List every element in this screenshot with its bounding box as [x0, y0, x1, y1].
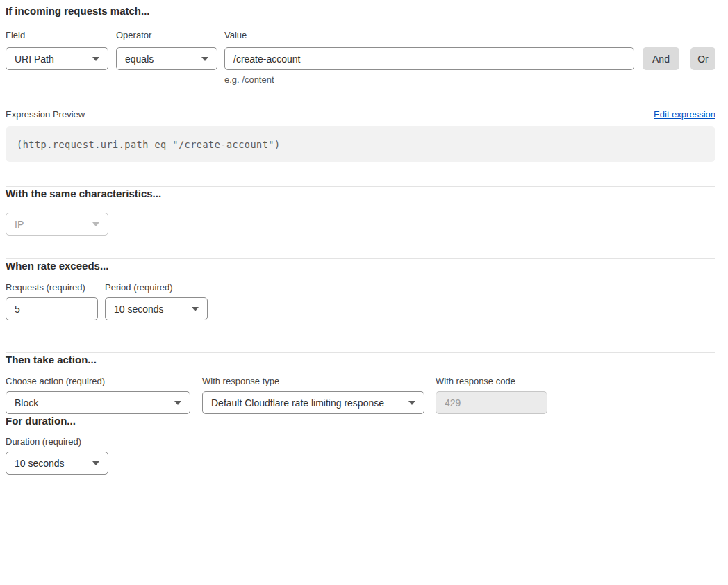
match-criteria-row: Field URI Path Operator equals Value e.g… [6, 30, 715, 85]
response-type-label: With response type [202, 376, 424, 387]
response-code-label: With response code [436, 376, 547, 387]
response-type-dropdown-value: Default Cloudflare rate limiting respons… [211, 397, 384, 409]
field-group: Field URI Path [6, 30, 108, 70]
requests-group: Requests (required) [6, 282, 98, 320]
duration-section-heading: For duration... [6, 414, 715, 428]
requests-label: Requests (required) [6, 282, 98, 293]
response-code-input [436, 391, 547, 414]
action-label: Choose action (required) [6, 376, 190, 387]
characteristic-dropdown-value: IP [15, 219, 24, 230]
action-dropdown[interactable]: Block [6, 391, 190, 414]
action-group: Choose action (required) Block [6, 376, 190, 414]
operator-label: Operator [116, 30, 217, 41]
value-input[interactable] [224, 47, 634, 70]
period-dropdown-value: 10 seconds [114, 304, 164, 315]
rate-section-heading: When rate exceeds... [6, 259, 715, 273]
expression-preview-header: Expression Preview Edit expression [6, 109, 715, 120]
field-label: Field [6, 30, 108, 41]
action-dropdown-value: Block [15, 397, 38, 409]
chevron-down-icon [174, 401, 181, 405]
chevron-down-icon [192, 307, 199, 311]
chevron-down-icon [92, 461, 99, 465]
chevron-down-icon [201, 57, 208, 61]
expression-preview-code: (http.request.uri.path eq "/create-accou… [17, 139, 281, 150]
action-row: Choose action (required) Block With resp… [6, 376, 715, 414]
period-label: Period (required) [105, 282, 208, 293]
response-code-group: With response code [436, 376, 547, 414]
match-section-heading: If incoming requests match... [6, 4, 715, 18]
edit-expression-link[interactable]: Edit expression [654, 109, 715, 120]
period-dropdown[interactable]: 10 seconds [105, 297, 208, 320]
characteristics-section-heading: With the same characteristics... [6, 187, 715, 201]
or-button[interactable]: Or [690, 47, 715, 70]
operator-dropdown[interactable]: equals [116, 47, 217, 70]
operator-dropdown-value: equals [125, 53, 154, 65]
operator-group: Operator equals [116, 30, 217, 70]
expression-preview-label: Expression Preview [6, 109, 85, 120]
chevron-down-icon [92, 57, 99, 61]
field-dropdown-value: URI Path [15, 53, 54, 65]
expression-preview-box: (http.request.uri.path eq "/create-accou… [6, 126, 715, 162]
characteristic-dropdown: IP [6, 213, 108, 236]
response-type-dropdown[interactable]: Default Cloudflare rate limiting respons… [202, 391, 424, 414]
period-group: Period (required) 10 seconds [105, 282, 208, 320]
value-group: Value e.g. /content [224, 30, 634, 85]
chevron-down-icon [92, 222, 99, 226]
requests-input[interactable] [6, 297, 98, 320]
and-button[interactable]: And [643, 47, 679, 70]
field-dropdown[interactable]: URI Path [6, 47, 108, 70]
logic-buttons: And Or [634, 47, 715, 70]
value-label: Value [224, 30, 634, 41]
action-section-heading: Then take action... [6, 353, 715, 367]
rate-limiting-rule-form: If incoming requests match... Field URI … [0, 0, 728, 480]
duration-dropdown-value: 10 seconds [15, 458, 65, 469]
response-type-group: With response type Default Cloudflare ra… [202, 376, 424, 414]
duration-label: Duration (required) [6, 436, 715, 447]
duration-dropdown[interactable]: 10 seconds [6, 452, 108, 475]
rate-row: Requests (required) Period (required) 10… [6, 282, 715, 320]
value-hint: e.g. /content [224, 74, 634, 85]
chevron-down-icon [408, 401, 415, 405]
